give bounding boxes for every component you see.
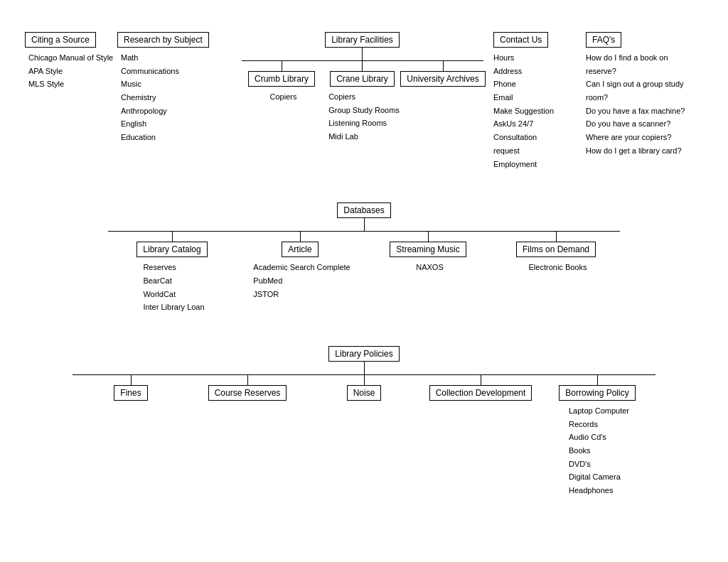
list-item: Anthropology [121,104,231,118]
list-item: Copiers [270,90,297,104]
v-line [428,232,429,242]
v-line [131,375,132,385]
crumb-library-box: Crumb Library [248,71,315,87]
list-item: BearCat [143,274,204,288]
top-section: Citing a Source Chicago Manual of Style … [14,21,714,171]
noise-label: Noise [353,388,375,398]
list-item: request [493,144,586,158]
list-item: Employment [493,158,586,171]
university-archives-label: University Archives [407,74,478,84]
citing-source-label: Citing a Source [31,35,90,45]
policies-section: Library Policies Fines Cou [14,346,714,497]
collection-dev-box: Collection Development [429,385,532,401]
list-item: How do I get a library card? [586,144,700,158]
list-item: Where are your copiers? [586,131,700,144]
list-item: Electronic Books [529,261,587,274]
facilities-children-wrapper: Crumb Library Copiers Crane Library [242,60,483,144]
list-item: Phone [493,77,586,91]
noise-col: Noise [306,374,422,401]
v-line [364,375,365,385]
research-box: Research by Subject [117,32,209,48]
list-item: Reserves [143,261,204,274]
contact-col: Contact Us Hours Address Phone Email Mak… [493,32,586,171]
policies-vline [364,362,365,374]
library-policies-label: Library Policies [335,349,392,359]
course-reserves-box: Course Reserves [208,385,287,401]
borrowing-policy-col: Borrowing Policy Laptop Computer Records… [539,374,655,497]
university-archives-box: University Archives [400,71,485,87]
borrowing-policy-box: Borrowing Policy [559,385,635,401]
research-label: Research by Subject [124,35,203,45]
list-item: Listening Rooms [328,117,400,130]
fines-col: Fines [73,374,189,401]
course-reserves-col: Course Reserves [189,374,306,401]
films-demand-col: Films on Demand Electronic Books [492,231,620,274]
borrowing-policy-label: Borrowing Policy [565,388,628,398]
list-item: Chicago Manual of Style [28,51,117,65]
facilities-col: Library Facilities Crumb Library [231,32,493,144]
list-item: Laptop Computer [569,404,629,418]
list-item: Academic Search Complete [253,261,350,274]
list-item: AskUs 24/7 [493,117,586,131]
course-reserves-label: Course Reserves [215,388,281,398]
list-item: Inter Library Loan [143,301,204,314]
v-line-crane [362,61,363,71]
contact-label: Contact Us [500,35,542,45]
list-item: Email [493,91,586,104]
article-label: Article [288,244,311,254]
list-item: Do you have a scanner? [586,117,700,131]
list-item: PubMed [253,274,350,288]
lib-catalog-col: Library Catalog Reserves BearCat WorldCa… [108,231,236,314]
list-item: Address [493,65,586,78]
collection-dev-col: Collection Development [422,374,539,401]
list-item: Midi Lab [328,130,400,144]
list-item: Headphones [569,484,629,497]
films-demand-box: Films on Demand [516,242,596,257]
crane-library-box: Crane Library [330,71,395,87]
facilities-label: Library Facilities [331,35,393,45]
crane-col: Crane Library Copiers Group Study Rooms … [322,60,403,144]
list-item: JSTOR [253,288,350,301]
list-item: DVD's [569,458,629,471]
list-item: Math [121,51,231,65]
citing-source-items: Chicago Manual of Style APA Style MLS St… [25,51,117,91]
article-items: Academic Search Complete PubMed JSTOR [250,261,350,301]
faqs-col: FAQ's How do I find a book on reserve? C… [586,32,703,158]
films-demand-label: Films on Demand [523,244,589,254]
gap2 [14,314,714,342]
contact-items: Hours Address Phone Email Make Suggestio… [493,51,586,171]
crumb-items: Copiers [267,90,297,104]
v-line [300,232,301,242]
research-col: Research by Subject Math Communications … [117,32,231,144]
noise-box: Noise [347,385,382,401]
list-item: Copiers [328,90,400,104]
page: Citing a Source Chicago Manual of Style … [0,0,728,562]
list-item: MLS Style [28,77,117,91]
list-item: Group Study Rooms [328,104,400,117]
list-item: WorldCat [143,288,204,301]
list-item: Music [121,77,231,91]
databases-section: Databases Library Catalog Reserves BearC… [14,202,714,314]
list-item: Can I sign out a group study room? [586,77,700,104]
list-item: Audio Cd's [569,431,629,444]
faqs-box: FAQ's [586,32,621,48]
list-item: How do I find a book on reserve? [586,51,700,77]
crumb-library-label: Crumb Library [255,74,309,84]
fines-box: Fines [114,385,147,401]
list-item: Digital Camera [569,470,629,484]
diagram: Citing a Source Chicago Manual of Style … [14,14,714,504]
list-item: Hours [493,51,586,65]
library-catalog-label: Library Catalog [143,244,200,254]
list-item: Education [121,131,231,144]
databases-children: Library Catalog Reserves BearCat WorldCa… [108,231,620,314]
databases-label: Databases [343,205,384,215]
fines-label: Fines [120,388,141,398]
facilities-vline [362,48,363,60]
list-item: Consultation [493,131,586,144]
v-line-crumb [282,61,282,71]
databases-box: Databases [337,202,390,218]
collection-dev-label: Collection Development [436,388,526,398]
crane-items: Copiers Group Study Rooms Listening Room… [325,90,400,144]
v-line [172,232,173,242]
gap1 [14,171,714,199]
